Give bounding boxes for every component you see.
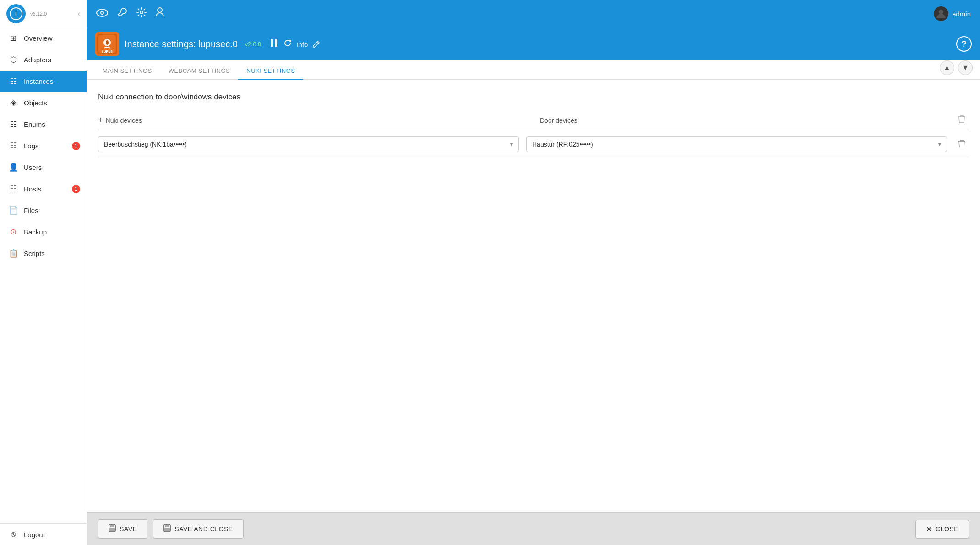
sidebar-bottom: ⎋ Logout [0, 523, 87, 545]
svg-text:i: i [15, 10, 17, 17]
sidebar-nav: ⊞ Overview ⬡ Adapters ☷ Instances ◈ Obje… [0, 27, 87, 523]
sidebar-header: i v6.12.0 ‹ [0, 0, 87, 27]
device-table: + Nuki devices Door devices [98, 111, 969, 157]
sidebar-item-label: Scripts [24, 250, 45, 257]
save-button[interactable]: SAVE [98, 519, 147, 539]
gear-icon[interactable] [136, 7, 147, 20]
tab-nuki-settings[interactable]: NUKI SETTINGS [238, 61, 303, 80]
svg-point-5 [140, 11, 143, 14]
svg-rect-16 [109, 528, 115, 531]
sidebar-item-backup[interactable]: ⊙ Backup [0, 221, 87, 243]
svg-rect-18 [165, 525, 169, 527]
sidebar-item-label: Logs [24, 142, 39, 150]
top-toolbar: admin [87, 0, 980, 27]
add-nuki-label: Nuki devices [106, 117, 142, 124]
tabs-bar: MAIN SETTINGS WEBCAM SETTINGS NUKI SETTI… [87, 60, 980, 80]
sidebar-collapse-btn[interactable]: ‹ [78, 10, 80, 18]
save-close-icon [163, 524, 171, 534]
overview-icon: ⊞ [8, 33, 18, 43]
hosts-badge: 1 [72, 185, 80, 193]
objects-icon: ◈ [8, 98, 18, 108]
wrench-icon[interactable] [117, 7, 127, 20]
table-header: + Nuki devices Door devices [98, 111, 969, 130]
sidebar-item-files[interactable]: 📄 Files [0, 200, 87, 221]
close-icon: ✕ [926, 525, 932, 534]
toolbar-right: admin [934, 6, 971, 21]
nuki-device-select[interactable]: Beerbuschstieg (NK:1ba•••••) [98, 136, 519, 152]
svg-rect-12 [271, 39, 273, 47]
panel-version: v2.0.0 [245, 41, 261, 48]
panel-header: LUPUS Instance settings: lupusec.0 v2.0.… [87, 27, 980, 60]
user-avatar [934, 6, 948, 21]
plus-icon: + [98, 115, 103, 125]
scroll-up-button[interactable]: ▲ [940, 60, 954, 75]
enums-icon: ☷ [8, 120, 18, 129]
sidebar-item-label: Hosts [24, 185, 41, 193]
door-col-header: Door devices [540, 117, 954, 124]
panel-controls: info [269, 38, 321, 50]
person-icon[interactable] [156, 7, 164, 20]
sidebar-item-overview[interactable]: ⊞ Overview [0, 27, 87, 49]
panel-footer: SAVE SAVE AND CLOSE ✕ CLOSE [87, 512, 980, 545]
users-icon: 👤 [8, 163, 18, 172]
table-row: Beerbuschstieg (NK:1ba•••••) ▼ Haustür (… [98, 132, 969, 157]
sidebar-item-label: Adapters [24, 56, 51, 64]
edit-icon[interactable] [312, 39, 321, 49]
sidebar-item-label: Objects [24, 99, 47, 107]
add-nuki-button[interactable]: + Nuki devices [98, 115, 512, 125]
delete-row-button[interactable] [954, 139, 969, 150]
sidebar-item-label: Files [24, 207, 38, 214]
sidebar-item-hosts[interactable]: ☷ Hosts 1 [0, 178, 87, 200]
sidebar-item-label: Users [24, 164, 42, 171]
close-button[interactable]: ✕ CLOSE [915, 520, 969, 539]
adapters-icon: ⬡ [8, 55, 18, 65]
logs-badge: 1 [72, 142, 80, 150]
sidebar-item-scripts[interactable]: 📋 Scripts [0, 243, 87, 264]
svg-rect-15 [110, 525, 114, 527]
sidebar-item-label: Enums [24, 120, 45, 128]
main-area: admin LUPUS I [87, 0, 980, 545]
content-area: LUPUS Instance settings: lupusec.0 v2.0.… [87, 27, 980, 545]
save-close-label: SAVE AND CLOSE [174, 525, 233, 533]
svg-point-6 [158, 8, 162, 12]
tab-webcam-settings[interactable]: WEBCAM SETTINGS [160, 61, 239, 80]
sidebar-item-users[interactable]: 👤 Users [0, 157, 87, 178]
sidebar-item-adapters[interactable]: ⬡ Adapters [0, 49, 87, 71]
save-icon [109, 524, 116, 534]
sidebar-item-label: Instances [24, 77, 53, 85]
files-icon: 📄 [8, 206, 18, 215]
hosts-icon: ☷ [8, 184, 18, 194]
scroll-down-button[interactable]: ▼ [958, 60, 973, 75]
door-device-select[interactable]: Haustür (RF:025•••••) [526, 136, 947, 152]
nuki-device-select-wrapper: Beerbuschstieg (NK:1ba•••••) ▼ [98, 136, 519, 152]
refresh-icon[interactable] [283, 38, 292, 50]
sidebar-item-label: Logout [24, 531, 45, 539]
app-version: v6.12.0 [30, 11, 47, 16]
sidebar-item-logout[interactable]: ⎋ Logout [0, 524, 87, 545]
sidebar: i v6.12.0 ‹ ⊞ Overview ⬡ Adapters ☷ Inst… [0, 0, 87, 545]
save-label: SAVE [120, 525, 137, 533]
door-device-select-wrapper: Haustür (RF:025•••••) ▼ [526, 136, 947, 152]
instance-panel: LUPUS Instance settings: lupusec.0 v2.0.… [87, 27, 980, 545]
user-name: admin [952, 10, 971, 18]
save-and-close-button[interactable]: SAVE AND CLOSE [153, 519, 243, 539]
tabs-right: ▲ ▼ [940, 60, 973, 79]
delete-col-header [954, 114, 969, 126]
tab-main-settings[interactable]: MAIN SETTINGS [94, 61, 160, 80]
help-button[interactable]: ? [956, 36, 972, 52]
close-label: CLOSE [936, 525, 958, 533]
section-title: Nuki connection to door/windows devices [98, 93, 969, 102]
sidebar-item-label: Overview [24, 34, 53, 42]
info-label[interactable]: info [297, 40, 308, 48]
sidebar-item-logs[interactable]: ☷ Logs 1 [0, 135, 87, 157]
app-logo: i [6, 4, 26, 23]
pause-icon[interactable] [269, 38, 278, 50]
sidebar-item-label: Backup [24, 228, 47, 236]
sidebar-item-objects[interactable]: ◈ Objects [0, 92, 87, 114]
svg-point-7 [939, 10, 943, 14]
instances-icon: ☷ [8, 76, 18, 86]
svg-point-4 [101, 12, 103, 14]
sidebar-item-instances[interactable]: ☷ Instances [0, 71, 87, 92]
eye-icon[interactable] [96, 8, 108, 20]
sidebar-item-enums[interactable]: ☷ Enums [0, 114, 87, 135]
